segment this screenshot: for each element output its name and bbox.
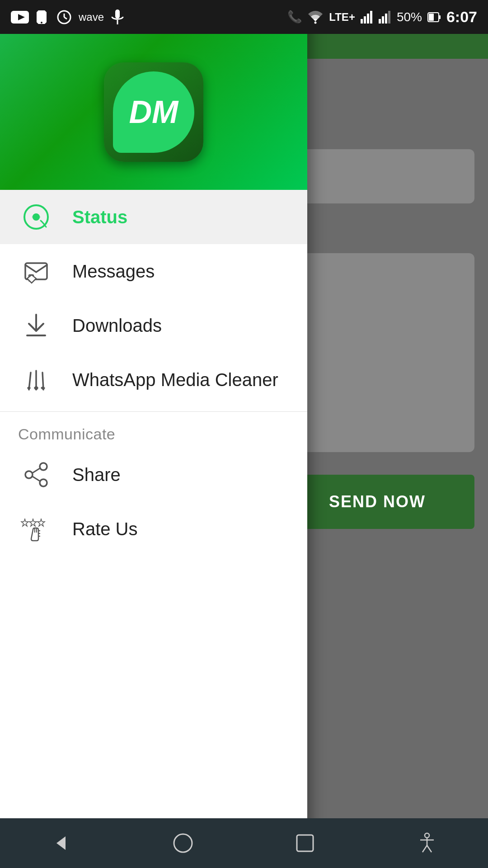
lte-call-icon: 📞 (287, 10, 302, 24)
svg-rect-13 (382, 16, 384, 24)
nav-home-button[interactable] (165, 825, 201, 861)
clock-icon (57, 10, 71, 24)
svg-marker-33 (21, 519, 28, 526)
bg-send-button: SEND NOW (280, 475, 474, 529)
lte-plus-label: LTE+ (329, 11, 355, 24)
drawer-menu: Status Messages (0, 190, 307, 556)
svg-marker-34 (29, 519, 37, 526)
svg-point-7 (314, 21, 317, 24)
svg-line-48 (427, 845, 432, 852)
svg-point-29 (40, 479, 47, 486)
menu-item-messages[interactable]: Messages (0, 244, 307, 298)
downloads-icon (18, 307, 54, 344)
nav-accessibility-button[interactable] (409, 825, 445, 861)
svg-rect-10 (367, 14, 369, 24)
phone-icon (36, 9, 50, 25)
menu-item-downloads[interactable]: Downloads (0, 298, 307, 353)
menu-item-media-cleaner[interactable]: WhatsApp Media Cleaner (0, 353, 307, 407)
menu-label-messages: Messages (72, 261, 155, 282)
svg-line-31 (33, 468, 40, 473)
status-bar-right: 📞 LTE+ 50% 6:07 (287, 8, 477, 26)
menu-label-rate-us: Rate Us (72, 519, 138, 539)
status-time: 6:07 (446, 8, 477, 26)
svg-marker-41 (56, 836, 66, 850)
svg-point-42 (174, 834, 192, 852)
battery-icon (427, 11, 441, 24)
wave-icon: wave (79, 11, 104, 24)
menu-divider (0, 411, 307, 412)
svg-rect-11 (370, 11, 372, 24)
svg-point-28 (40, 463, 47, 470)
app-logo: DM (104, 62, 203, 162)
svg-rect-15 (388, 11, 390, 24)
svg-marker-35 (38, 519, 45, 526)
rate-us-icon (18, 511, 54, 547)
menu-label-media-cleaner: WhatsApp Media Cleaner (72, 370, 278, 390)
svg-line-32 (33, 476, 40, 481)
menu-label-status: Status (72, 207, 127, 227)
battery-percent: 50% (397, 10, 422, 24)
bg-send-label: SEND NOW (329, 492, 426, 511)
nav-recents-button[interactable] (287, 825, 323, 861)
bg-input-card-2 (280, 253, 474, 452)
svg-rect-8 (361, 19, 363, 24)
mic-icon (111, 9, 124, 25)
app-logo-text: DM (129, 94, 178, 130)
svg-rect-18 (429, 14, 434, 21)
drawer-content: Status Messages (0, 190, 307, 868)
signal-icon-2 (379, 11, 391, 24)
svg-rect-14 (385, 14, 387, 24)
menu-item-rate-us[interactable]: Rate Us (0, 502, 307, 556)
bg-input-card-1 (280, 149, 474, 203)
svg-point-20 (33, 213, 40, 221)
svg-rect-5 (115, 9, 120, 19)
nav-back-button[interactable] (43, 825, 79, 861)
messages-icon (18, 253, 54, 289)
youtube-icon (11, 11, 29, 24)
status-icon (18, 199, 54, 235)
status-bar-left: wave (11, 9, 124, 25)
svg-point-30 (25, 471, 33, 478)
svg-rect-9 (364, 16, 366, 24)
svg-rect-43 (297, 835, 313, 851)
menu-label-downloads: Downloads (72, 316, 162, 336)
menu-label-share: Share (72, 465, 121, 485)
menu-item-status[interactable]: Status (0, 190, 307, 244)
signal-icon (361, 11, 373, 24)
svg-rect-12 (379, 19, 381, 24)
svg-rect-17 (439, 15, 441, 19)
menu-item-share[interactable]: Share (0, 448, 307, 502)
wifi-icon (307, 10, 324, 24)
nav-bar (0, 818, 488, 868)
navigation-drawer: DM Status (0, 0, 307, 868)
media-cleaner-icon (18, 362, 54, 398)
share-icon (18, 457, 54, 493)
svg-line-47 (422, 845, 427, 852)
status-bar: wave 📞 LTE+ 50% 6:07 (0, 0, 488, 34)
communicate-section-header: Communicate (0, 416, 307, 448)
app-logo-bubble: DM (113, 71, 194, 153)
svg-line-4 (64, 17, 67, 19)
svg-point-44 (425, 833, 429, 838)
